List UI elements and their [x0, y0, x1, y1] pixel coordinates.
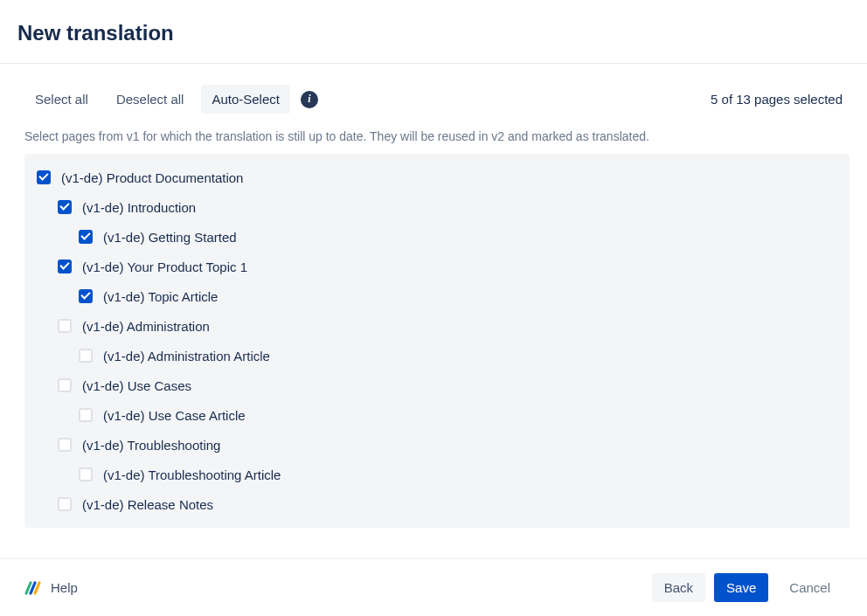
page-checkbox[interactable] [58, 200, 72, 214]
tree-row[interactable]: (v1-de) Administration [30, 311, 844, 341]
cancel-button[interactable]: Cancel [777, 573, 843, 602]
page-title: New translation [17, 21, 850, 45]
deselect-all-button[interactable]: Deselect all [106, 85, 195, 114]
content-area: Select all Deselect all Auto-Select i 5 … [0, 64, 867, 528]
help-link[interactable]: Help [24, 579, 78, 597]
page-label: (v1-de) Administration Article [103, 349, 270, 363]
page-checkbox[interactable] [58, 260, 72, 273]
page-label: (v1-de) Troubleshooting [82, 438, 220, 453]
page-checkbox[interactable] [79, 230, 93, 244]
tree-row[interactable]: (v1-de) Troubleshooting Article [30, 460, 844, 489]
page-checkbox[interactable] [79, 349, 93, 363]
page-label: (v1-de) Topic Article [103, 289, 218, 304]
page-label: (v1-de) Your Product Topic 1 [82, 260, 247, 274]
page-label: (v1-de) Use Cases [82, 378, 191, 393]
tree-row[interactable]: (v1-de) Troubleshooting [30, 430, 844, 460]
footer: Help Back Save Cancel [0, 558, 867, 616]
page-checkbox[interactable] [79, 467, 93, 481]
info-icon[interactable]: i [301, 91, 318, 108]
tree-row[interactable]: (v1-de) Administration Article [30, 341, 844, 370]
tree-row[interactable]: (v1-de) Use Cases [30, 370, 844, 400]
help-label: Help [51, 580, 78, 595]
tree-row[interactable]: (v1-de) Topic Article [30, 281, 844, 311]
page-label: (v1-de) Release Notes [82, 497, 213, 512]
page-label: (v1-de) Product Documentation [61, 170, 243, 185]
page-checkbox[interactable] [37, 170, 51, 184]
auto-select-button[interactable]: Auto-Select [201, 85, 290, 114]
page-checkbox[interactable] [58, 497, 72, 511]
back-button[interactable]: Back [652, 573, 705, 602]
toolbar: Select all Deselect all Auto-Select i 5 … [24, 85, 850, 114]
page-checkbox[interactable] [58, 378, 72, 392]
help-icon [24, 579, 42, 597]
page-label: (v1-de) Administration [82, 319, 210, 334]
tree-row[interactable]: (v1-de) Your Product Topic 1 [30, 252, 844, 281]
tree-row[interactable]: (v1-de) Release Notes [30, 489, 844, 519]
page-tree: (v1-de) Product Documentation(v1-de) Int… [24, 154, 850, 528]
page-label: (v1-de) Use Case Article [103, 408, 246, 423]
page-label: (v1-de) Getting Started [103, 230, 237, 245]
page-checkbox[interactable] [79, 289, 93, 303]
tree-row[interactable]: (v1-de) Introduction [30, 192, 844, 222]
save-button[interactable]: Save [714, 573, 768, 602]
dialog-header: New translation [0, 0, 867, 64]
tree-row[interactable]: (v1-de) Product Documentation [30, 163, 844, 192]
page-label: (v1-de) Troubleshooting Article [103, 467, 281, 482]
tree-row[interactable]: (v1-de) Getting Started [30, 222, 844, 252]
page-checkbox[interactable] [58, 319, 72, 333]
hint-text: Select pages from v1 for which the trans… [24, 129, 850, 143]
page-label: (v1-de) Introduction [82, 200, 196, 215]
page-checkbox[interactable] [79, 408, 93, 422]
selection-status: 5 of 13 pages selected [711, 92, 850, 107]
tree-row[interactable]: (v1-de) Use Case Article [30, 400, 844, 430]
select-all-button[interactable]: Select all [24, 85, 99, 114]
page-checkbox[interactable] [58, 438, 72, 452]
